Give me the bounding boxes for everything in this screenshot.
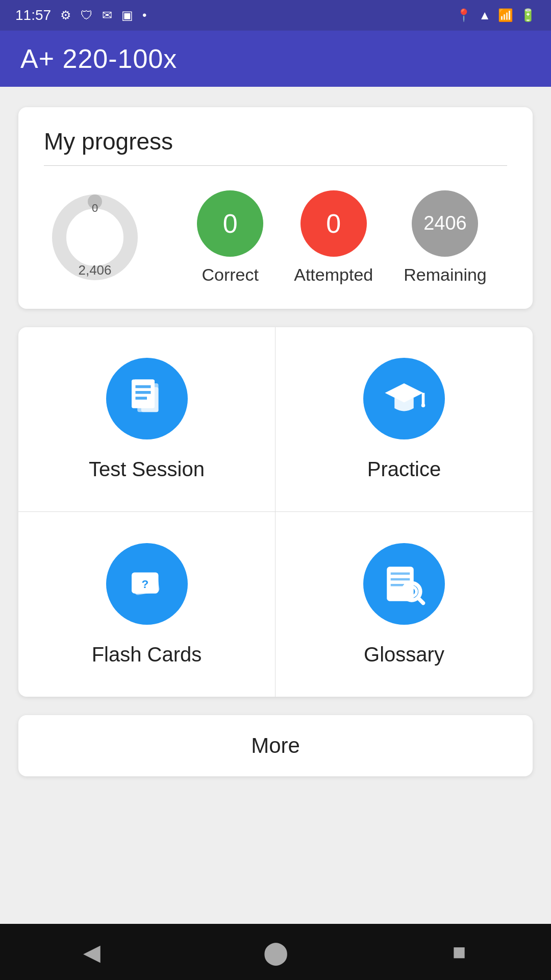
battery-icon: 🔋 [520,8,536,22]
donut-top-value: 0 [44,202,146,215]
nav-bar: ◀ ⬤ ■ [0,924,551,980]
svg-rect-23 [391,584,404,586]
recent-button[interactable]: ■ [439,932,480,972]
glossary-label: Glossary [364,643,444,666]
remaining-circle: 2406 [412,190,478,257]
test-session-label: Test Session [89,458,205,481]
donut-bottom-total: 2,406 [44,262,146,278]
status-bar-right: 📍 ▲ 📶 🔋 [456,8,536,22]
svg-point-2 [67,210,122,265]
practice-label: Practice [367,458,441,481]
more-label: More [251,733,300,758]
svg-rect-21 [391,572,410,575]
wifi-icon: ▲ [479,8,491,22]
time-display: 11:57 [15,7,51,23]
svg-rect-11 [135,391,151,394]
correct-circle: 0 [197,190,263,257]
status-bar: 11:57 ⚙ 🛡 ✉ ▣ • 📍 ▲ 📶 🔋 [0,0,551,31]
correct-label: Correct [202,265,259,285]
home-button[interactable]: ⬤ [255,932,296,972]
recent-icon: ■ [453,939,466,965]
sim-icon: ▣ [121,8,133,22]
back-button[interactable]: ◀ [71,932,112,972]
flash-cards-button[interactable]: ? Flash Cards [18,512,276,697]
flash-cards-icon: ? [124,561,170,607]
attempted-circle: 0 [300,190,367,257]
app-title: A+ 220-100x [20,43,177,74]
svg-rect-10 [135,385,151,388]
signal-icon: 📶 [498,8,513,22]
more-button[interactable]: More [18,715,533,776]
practice-icon-circle [363,358,445,439]
glossary-icon [381,561,427,607]
progress-stats: 0 2,406 0 Correct [44,186,507,288]
test-session-icon-circle [106,358,188,439]
svg-point-15 [421,403,425,407]
main-content: My progress 0 2,406 0 [0,87,551,924]
progress-title: My progress [44,128,507,166]
correct-stat: 0 Correct [197,190,263,285]
attempted-stat: 0 Attempted [294,190,373,285]
menu-card: Test Session Practice [18,327,533,697]
remaining-value: 2406 [423,212,467,234]
svg-rect-12 [135,397,147,400]
attempted-label: Attempted [294,265,373,285]
glossary-button[interactable]: Glossary [276,512,533,697]
settings-icon: ⚙ [60,8,71,22]
stat-badges: 0 Correct 0 Attempted 2406 Remaining [177,190,507,285]
flash-cards-icon-circle: ? [106,543,188,625]
attempted-value: 0 [326,208,341,239]
svg-rect-22 [391,578,410,580]
correct-value: 0 [223,208,238,239]
flash-cards-label: Flash Cards [92,643,202,666]
test-session-button[interactable]: Test Session [18,327,276,512]
mail-icon: ✉ [102,8,112,22]
practice-button[interactable]: Practice [276,327,533,512]
location-icon: 📍 [456,8,471,22]
shield-icon: 🛡 [81,8,93,22]
progress-card: My progress 0 2,406 0 [18,107,533,309]
remaining-stat: 2406 Remaining [404,190,487,285]
test-session-icon [124,376,170,422]
svg-text:?: ? [141,577,148,590]
back-icon: ◀ [83,939,101,965]
glossary-icon-circle [363,543,445,625]
practice-icon [381,376,427,422]
svg-line-26 [418,598,423,603]
home-icon: ⬤ [263,939,288,965]
remaining-label: Remaining [404,265,487,285]
dot-icon: • [142,8,146,22]
donut-chart: 0 2,406 [44,186,146,288]
app-header: A+ 220-100x [0,31,551,87]
status-bar-left: 11:57 ⚙ 🛡 ✉ ▣ • [15,7,146,23]
